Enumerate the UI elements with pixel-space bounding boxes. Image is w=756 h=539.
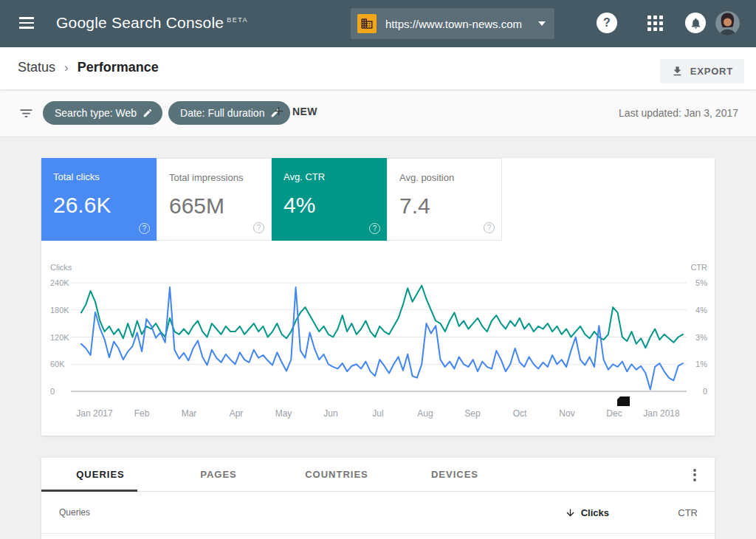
help-icon[interactable]: ? xyxy=(139,223,150,234)
filter-bar: Search type: Web Date: Full duration NEW… xyxy=(0,89,756,137)
svg-text:Jun: Jun xyxy=(323,408,337,419)
property-url: https://www.town-news.com xyxy=(385,18,538,30)
performance-chart-card: Total clicks 26.6K ? Total impressions 6… xyxy=(41,158,715,436)
export-button[interactable]: EXPORT xyxy=(660,59,744,83)
svg-text:120K: 120K xyxy=(50,333,69,342)
tab-countries[interactable]: COUNTRIES xyxy=(278,458,396,491)
export-label: EXPORT xyxy=(690,66,733,77)
svg-text:180K: 180K xyxy=(50,306,69,315)
beta-badge: BETA xyxy=(227,16,248,24)
edit-pencil-icon xyxy=(142,108,153,118)
svg-text:Nov: Nov xyxy=(559,408,574,419)
clicks-ctr-line-chart: 240K5%180K4%120K3%60K1%00ClicksCTRJan 20… xyxy=(41,258,715,434)
svg-text:Jul: Jul xyxy=(372,408,383,419)
svg-text:Jan 2017: Jan 2017 xyxy=(76,408,113,419)
svg-text:CTR: CTR xyxy=(690,263,707,272)
table-header-row: Queries Clicks CTR xyxy=(41,492,715,534)
tab-pages[interactable]: PAGES xyxy=(159,458,278,491)
svg-text:Aug: Aug xyxy=(417,408,433,419)
metric-value: 4% xyxy=(284,193,375,218)
filter-chip-search-type[interactable]: Search type: Web xyxy=(43,101,162,125)
svg-text:Apr: Apr xyxy=(230,408,244,419)
sort-arrow-down-icon xyxy=(565,507,576,518)
metric-label: Total impressions xyxy=(169,172,259,183)
svg-text:Jan 2018: Jan 2018 xyxy=(643,408,680,419)
apps-grid-icon[interactable] xyxy=(647,16,664,32)
column-header-clicks[interactable]: Clicks xyxy=(565,507,609,518)
notifications-bell-icon[interactable] xyxy=(685,13,706,33)
column-header-ctr[interactable]: CTR xyxy=(609,507,715,518)
breadcrumb-status[interactable]: Status xyxy=(18,60,55,75)
svg-text:1%: 1% xyxy=(695,360,707,368)
svg-text:Oct: Oct xyxy=(513,408,527,419)
svg-text:Feb: Feb xyxy=(134,408,150,419)
top-app-bar: Google Search ConsoleBETA https://www.to… xyxy=(0,0,756,47)
svg-text:Dec: Dec xyxy=(606,408,622,419)
tabs-bar: QUERIES PAGES COUNTRIES DEVICES xyxy=(41,458,715,492)
last-updated-text: Last updated: Jan 3, 2017 xyxy=(619,107,738,119)
menu-icon[interactable] xyxy=(19,17,34,29)
svg-text:0: 0 xyxy=(703,387,707,396)
property-selector[interactable]: https://www.town-news.com xyxy=(351,8,554,39)
tab-queries[interactable]: QUERIES xyxy=(41,458,159,491)
chip-label: Search type: Web xyxy=(55,107,137,119)
app-logo: Google Search ConsoleBETA xyxy=(56,14,248,32)
column-header-queries: Queries xyxy=(41,507,565,518)
metric-label: Avg. position xyxy=(399,172,489,183)
metric-total-impressions[interactable]: Total impressions 665M ? xyxy=(157,158,272,241)
svg-text:4%: 4% xyxy=(695,306,707,315)
plus-icon xyxy=(272,104,286,118)
page-header: Status › Performance EXPORT xyxy=(0,47,756,89)
active-tab-underline xyxy=(41,490,137,492)
metric-label: Avg. CTR xyxy=(284,171,375,182)
metric-value: 26.6K xyxy=(53,193,145,218)
download-icon xyxy=(671,65,684,78)
svg-text:Mar: Mar xyxy=(182,408,197,419)
metrics-row: Total clicks 26.6K ? Total impressions 6… xyxy=(41,158,715,241)
user-avatar[interactable] xyxy=(715,11,740,35)
svg-text:Sep: Sep xyxy=(464,408,481,419)
svg-text:0: 0 xyxy=(50,387,55,396)
metric-value: 665M xyxy=(169,193,259,219)
svg-text:60K: 60K xyxy=(50,360,65,368)
help-icon[interactable]: ? xyxy=(597,13,617,33)
building-icon xyxy=(357,14,377,33)
filter-list-icon xyxy=(18,106,34,124)
svg-text:Clicks: Clicks xyxy=(50,263,72,272)
help-icon[interactable]: ? xyxy=(484,222,495,233)
metric-label: Total clicks xyxy=(53,171,145,182)
dimensions-table-card: QUERIES PAGES COUNTRIES DEVICES Queries … xyxy=(41,458,715,539)
metric-total-clicks[interactable]: Total clicks 26.6K ? xyxy=(41,158,157,241)
metric-avg-ctr[interactable]: Avg. CTR 4% ? xyxy=(272,158,387,241)
page-title: Performance xyxy=(78,60,159,75)
svg-text:5%: 5% xyxy=(695,278,707,287)
chip-label: Date: Full duration xyxy=(180,107,264,119)
svg-text:May: May xyxy=(275,408,292,419)
mouse-cursor xyxy=(617,396,630,406)
help-icon[interactable]: ? xyxy=(369,223,380,234)
chevron-right-icon: › xyxy=(64,61,69,75)
breadcrumb: Status › Performance xyxy=(18,60,159,75)
metric-avg-position[interactable]: Avg. position 7.4 ? xyxy=(387,158,502,241)
more-options-kebab-icon[interactable] xyxy=(687,467,702,483)
dropdown-caret-icon xyxy=(538,21,546,26)
help-icon[interactable]: ? xyxy=(253,222,264,233)
logo-product: Search Console xyxy=(111,14,224,31)
svg-text:240K: 240K xyxy=(50,278,69,287)
tab-devices[interactable]: DEVICES xyxy=(396,458,514,491)
svg-text:3%: 3% xyxy=(695,333,707,342)
metric-value: 7.4 xyxy=(399,193,489,219)
new-label: NEW xyxy=(292,106,317,117)
new-filter-button[interactable]: NEW xyxy=(272,104,317,118)
logo-brand: Google xyxy=(56,14,107,31)
